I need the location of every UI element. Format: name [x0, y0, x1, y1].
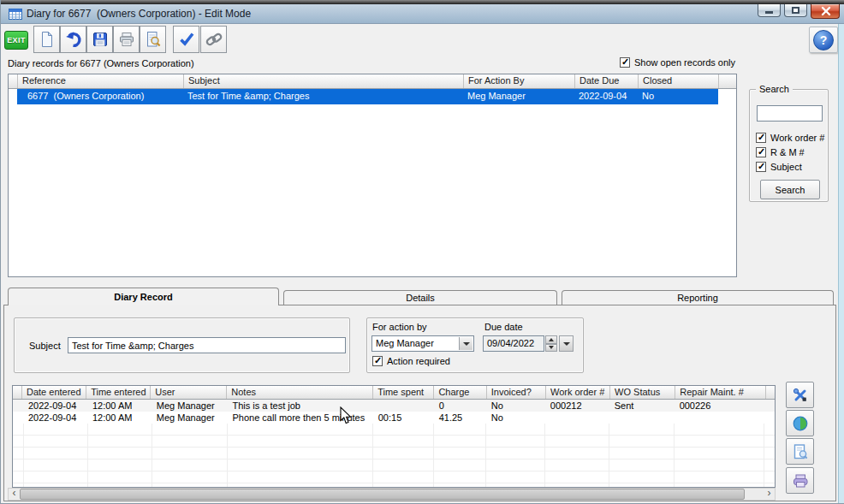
search-option-rm[interactable]: R & M # — [756, 147, 805, 157]
column-header-notes[interactable]: Notes — [227, 386, 373, 399]
print-purple-icon — [791, 471, 810, 490]
tab-details[interactable]: Details — [283, 290, 557, 305]
column-header-time-spent[interactable]: Time spent — [373, 386, 434, 399]
tab-diary-record[interactable]: Diary Record — [8, 288, 279, 305]
entry-row[interactable]: 2022-09-04 12:00 AM Meg Manager Phone ca… — [13, 412, 775, 424]
cell-date-entered[interactable]: 2022-09-04 — [23, 412, 87, 424]
diary-entries-table[interactable]: Date entered Time entered User Notes Tim… — [12, 385, 776, 488]
cell-closed[interactable]: No — [638, 89, 718, 104]
due-date-value: 09/04/2022 — [487, 338, 534, 348]
cell-subject[interactable]: Test for Time &amp; Charges — [183, 89, 463, 104]
horizontal-scrollbar[interactable]: ‹ › — [8, 488, 776, 501]
search-option-work-order[interactable]: Work order # — [756, 133, 824, 143]
titlebar[interactable]: Diary for 6677 (Owners Corporation) - Ed… — [1, 4, 844, 24]
cell-time-spent[interactable]: 00:15 — [373, 412, 434, 424]
row-selector-cell[interactable] — [9, 89, 17, 104]
cell-reference[interactable]: 6677 (Owners Corporation) — [17, 89, 183, 104]
cell-for-action-by[interactable]: Meg Manager — [463, 89, 574, 104]
row-selector-cell[interactable] — [13, 412, 23, 424]
close-button[interactable] — [811, 4, 840, 19]
for-action-by-label: For action by — [372, 322, 427, 332]
due-date-field[interactable]: 09/04/2022 — [483, 335, 544, 352]
cell-user[interactable]: Meg Manager — [152, 412, 228, 424]
cell-time-spent[interactable] — [373, 400, 434, 412]
column-header-subject[interactable]: Subject — [184, 74, 464, 88]
spin-down-icon[interactable] — [545, 344, 557, 353]
show-open-records-checkbox[interactable]: Show open records only — [620, 57, 735, 68]
diary-records-table[interactable]: Reference Subject For Action By Date Due… — [8, 74, 737, 277]
scroll-right-icon[interactable]: › — [764, 489, 775, 500]
column-header-repair-maint[interactable]: Repair Maint. # — [675, 386, 766, 399]
selector-column-header[interactable] — [9, 74, 18, 88]
scrollbar-thumb[interactable] — [20, 489, 745, 500]
column-header-user[interactable]: User — [151, 386, 227, 399]
document-preview-button[interactable] — [786, 438, 814, 465]
due-date-dropdown-button[interactable] — [559, 335, 574, 352]
print-preview-button[interactable] — [140, 26, 166, 53]
for-action-by-select[interactable]: Meg Manager — [371, 335, 474, 352]
scroll-left-icon[interactable]: ‹ — [9, 489, 20, 500]
print-entries-button[interactable] — [786, 467, 814, 494]
spin-up-icon[interactable] — [545, 335, 557, 344]
save-button[interactable] — [86, 26, 113, 53]
cell-user[interactable]: Meg Manager — [152, 400, 228, 412]
help-button[interactable]: ? — [809, 27, 838, 53]
cell-time-entered[interactable]: 12:00 AM — [87, 412, 152, 424]
column-header-date-due[interactable]: Date Due — [575, 74, 639, 88]
tab-reporting[interactable]: Reporting — [562, 290, 834, 305]
row-selector-cell[interactable] — [13, 400, 23, 412]
for-action-by-value: Meg Manager — [376, 338, 434, 348]
cell-invoiced[interactable]: No — [486, 400, 545, 412]
cell-repair-maint[interactable]: 000226 — [675, 400, 764, 412]
exit-button[interactable]: EXIT — [4, 31, 28, 50]
work-order-tools-button[interactable] — [786, 382, 814, 408]
entry-row[interactable]: 2022-09-04 12:00 AM Meg Manager This is … — [13, 400, 775, 412]
cell-charge[interactable]: 0 — [434, 400, 486, 412]
column-header-reference[interactable]: Reference — [18, 74, 184, 88]
empty-row — [13, 460, 775, 471]
column-header-invoiced[interactable]: Invoiced? — [487, 386, 546, 399]
column-header-charge[interactable]: Charge — [434, 386, 486, 399]
column-header-for-action-by[interactable]: For Action By — [464, 74, 575, 88]
checkbox-icon[interactable] — [620, 57, 630, 68]
filler-cell — [764, 400, 775, 412]
new-record-button[interactable] — [33, 26, 60, 53]
cell-repair-maint[interactable] — [675, 412, 764, 424]
confirm-button[interactable] — [173, 26, 199, 53]
cell-time-entered[interactable]: 12:00 AM — [87, 400, 152, 412]
maximize-button[interactable] — [784, 4, 807, 17]
search-input[interactable] — [757, 105, 823, 122]
cell-wo-status[interactable] — [609, 412, 675, 424]
minimize-button[interactable] — [758, 4, 781, 17]
records-list-label: Diary records for 6677 (Owners Corporati… — [8, 58, 194, 68]
cell-invoiced[interactable]: No — [486, 412, 545, 424]
subject-input[interactable] — [68, 337, 346, 353]
search-option-subject[interactable]: Subject — [756, 162, 802, 172]
checkbox-icon[interactable] — [372, 356, 383, 366]
checkbox-icon[interactable] — [756, 133, 766, 143]
search-button[interactable]: Search — [760, 180, 820, 199]
selector-column-header[interactable] — [13, 386, 22, 399]
checkbox-icon[interactable] — [756, 147, 766, 157]
action-required-checkbox[interactable]: Action required — [372, 356, 450, 366]
checkbox-icon[interactable] — [756, 162, 766, 172]
due-date-spinner[interactable] — [545, 335, 557, 352]
undo-button[interactable] — [60, 26, 86, 53]
table-row-selected[interactable]: 6677 (Owners Corporation) Test for Time … — [9, 89, 736, 104]
cell-wo-status[interactable]: Sent — [609, 400, 675, 412]
chevron-down-icon[interactable] — [459, 337, 473, 350]
cell-charge[interactable]: 41.25 — [434, 412, 486, 424]
subject-option-label: Subject — [770, 162, 802, 172]
cell-work-order[interactable] — [545, 412, 609, 424]
cell-date-entered[interactable]: 2022-09-04 — [23, 400, 87, 412]
column-header-closed[interactable]: Closed — [639, 74, 719, 88]
link-button[interactable] — [200, 26, 227, 53]
column-header-time-entered[interactable]: Time entered — [86, 386, 151, 399]
cell-work-order[interactable]: 000212 — [545, 400, 609, 412]
column-header-work-order[interactable]: Work order # — [546, 386, 610, 399]
column-header-date-entered[interactable]: Date entered — [22, 386, 86, 399]
print-button[interactable] — [113, 26, 140, 53]
sync-web-button[interactable] — [786, 410, 814, 436]
cell-date-due[interactable]: 2022-09-04 — [574, 89, 638, 104]
column-header-wo-status[interactable]: WO Status — [610, 386, 675, 399]
